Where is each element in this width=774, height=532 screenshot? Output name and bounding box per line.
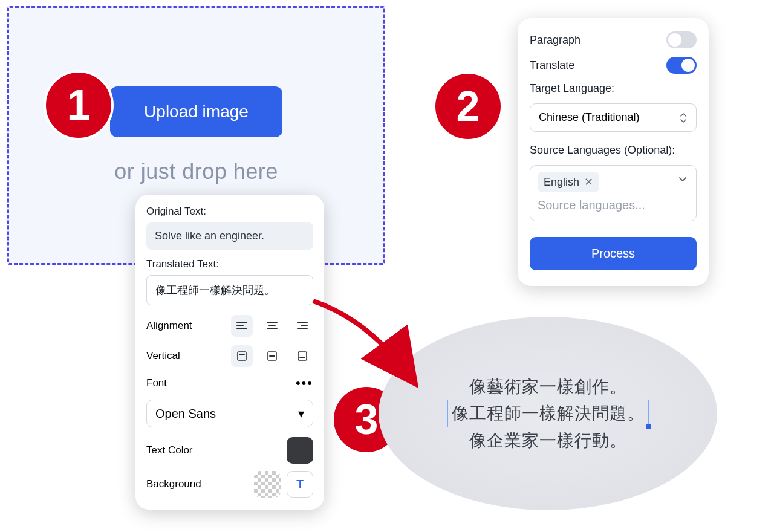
align-right-icon xyxy=(296,320,308,332)
valign-bottom-icon xyxy=(296,350,308,362)
valign-middle-icon xyxy=(266,350,278,362)
source-languages-placeholder: Source languages... xyxy=(538,198,689,212)
align-left-icon xyxy=(236,320,248,332)
valign-middle-button[interactable] xyxy=(261,345,283,367)
vertical-label: Vertical xyxy=(146,350,180,362)
upload-image-button[interactable]: Upload image xyxy=(110,86,282,137)
original-text-value: Solve like an engineer. xyxy=(146,222,313,250)
result-line-1: 像藝術家一樣創作。 xyxy=(469,374,627,400)
align-left-button[interactable] xyxy=(231,315,253,337)
translate-settings-panel: Paragraph Translate Target Language: Chi… xyxy=(518,18,709,286)
target-language-label: Target Language: xyxy=(530,82,697,95)
background-label: Background xyxy=(146,478,201,490)
alignment-label: Alignment xyxy=(146,320,192,332)
align-center-icon xyxy=(266,320,278,332)
selection-handle-icon[interactable] xyxy=(646,424,651,429)
source-languages-label: Source Languages (Optional): xyxy=(530,144,697,157)
result-preview: 像藝術家一樣創作。 像工程師一樣解決問題。 像企業家一樣行動。 xyxy=(379,317,717,510)
font-more-icon[interactable]: ••• xyxy=(296,375,313,391)
source-languages-input[interactable]: English ✕ Source languages... xyxy=(530,165,697,221)
valign-top-button[interactable] xyxy=(231,345,253,367)
background-apply-text-button[interactable]: T xyxy=(287,471,313,498)
font-value: Open Sans xyxy=(155,407,216,421)
remove-chip-icon[interactable]: ✕ xyxy=(584,175,593,189)
font-label: Font xyxy=(146,377,167,389)
source-language-chip-label: English xyxy=(544,176,579,189)
text-edit-panel: Original Text: Solve like an engineer. T… xyxy=(135,195,324,510)
translate-toggle-label: Translate xyxy=(530,59,574,72)
valign-top-icon xyxy=(236,350,248,362)
text-color-swatch[interactable] xyxy=(287,437,313,464)
source-language-chip: English ✕ xyxy=(538,172,599,192)
step-badge-2: 2 xyxy=(433,71,503,141)
result-line-3: 像企業家一樣行動。 xyxy=(469,427,627,453)
target-language-value: Chinese (Traditional) xyxy=(539,111,639,124)
svg-rect-2 xyxy=(298,352,307,360)
select-updown-icon xyxy=(679,112,688,123)
valign-bottom-button[interactable] xyxy=(291,345,313,367)
background-transparent-swatch[interactable] xyxy=(254,471,281,498)
chevron-down-icon[interactable] xyxy=(678,174,688,186)
process-button[interactable]: Process xyxy=(530,237,697,270)
drop-hint-text: or just drop here xyxy=(9,159,383,184)
svg-rect-0 xyxy=(238,352,246,360)
align-center-button[interactable] xyxy=(261,315,283,337)
original-text-label: Original Text: xyxy=(146,206,313,218)
translated-text-label: Translated Text: xyxy=(146,258,313,270)
translated-text-input[interactable]: 像工程師一樣解決問題。 xyxy=(146,275,313,305)
result-line-selected[interactable]: 像工程師一樣解決問題。 xyxy=(447,400,649,427)
result-line-2: 像工程師一樣解決問題。 xyxy=(452,404,645,423)
translate-toggle[interactable] xyxy=(666,57,697,74)
caret-down-icon: ▾ xyxy=(298,406,304,421)
paragraph-toggle-label: Paragraph xyxy=(530,34,580,47)
step-badge-1: 1 xyxy=(44,70,114,140)
target-language-select[interactable]: Chinese (Traditional) xyxy=(530,103,697,132)
paragraph-toggle[interactable] xyxy=(666,31,697,48)
align-right-button[interactable] xyxy=(291,315,313,337)
font-select[interactable]: Open Sans ▾ xyxy=(146,400,313,427)
text-color-label: Text Color xyxy=(146,444,193,456)
